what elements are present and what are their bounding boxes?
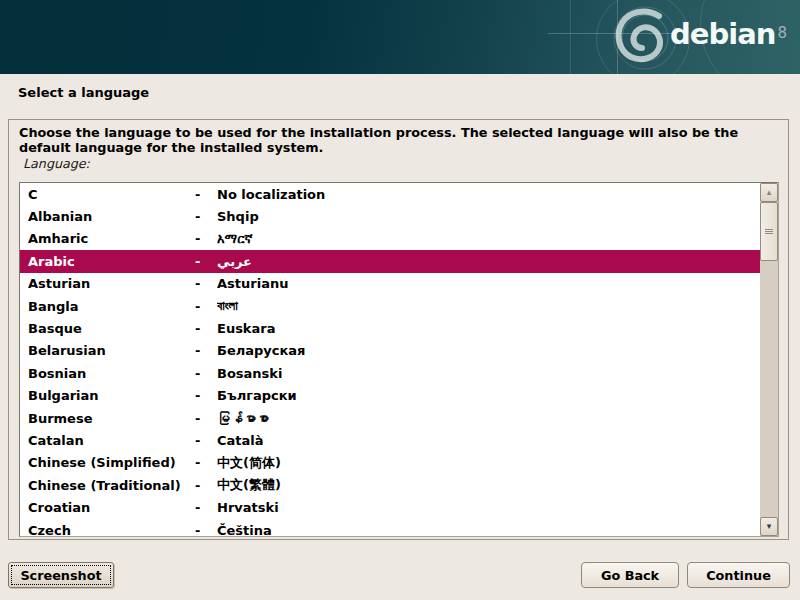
separator-dash: -: [195, 254, 217, 269]
language-name: C: [20, 187, 195, 202]
list-item[interactable]: Bangla-বাংলা: [20, 295, 760, 317]
thumb-grip-icon: [765, 228, 773, 235]
separator-dash: -: [195, 433, 217, 448]
separator-dash: -: [195, 299, 217, 314]
language-native-name: Беларуская: [217, 343, 760, 358]
list-item[interactable]: Burmese-မြန်မာစာ: [20, 407, 760, 429]
language-native-name: Euskara: [217, 321, 760, 336]
language-name: Burmese: [20, 411, 195, 426]
dialog-frame: Choose the language to be used for the i…: [8, 119, 789, 540]
language-name: Albanian: [20, 209, 195, 224]
language-native-name: Català: [217, 433, 760, 448]
language-name: Czech: [20, 523, 195, 536]
language-native-name: Bosanski: [217, 366, 760, 381]
scrollbar-track[interactable]: [760, 202, 778, 517]
language-name: Catalan: [20, 433, 195, 448]
scrollbar: ▴ ▾: [760, 183, 778, 536]
language-name: Chinese (Simplified): [20, 455, 195, 470]
separator-dash: -: [195, 411, 217, 426]
language-name: Bangla: [20, 299, 195, 314]
language-name: Chinese (Traditional): [20, 478, 195, 493]
header-crosshair-line: [570, 0, 571, 74]
language-native-name: 中文(简体): [217, 454, 760, 472]
language-native-name: 中文(繁體): [217, 476, 760, 494]
separator-dash: -: [195, 321, 217, 336]
separator-dash: -: [195, 187, 217, 202]
separator-dash: -: [195, 209, 217, 224]
list-item[interactable]: Bulgarian-Български: [20, 385, 760, 407]
language-name: Croatian: [20, 500, 195, 515]
list-item[interactable]: Albanian-Shqip: [20, 205, 760, 227]
language-native-name: Hrvatski: [217, 500, 760, 515]
language-name: Bosnian: [20, 366, 195, 381]
language-native-name: Български: [217, 388, 760, 403]
chevron-up-icon: ▴: [767, 188, 772, 197]
list-item[interactable]: Belarusian-Беларуская: [20, 340, 760, 362]
go-back-button[interactable]: Go Back: [581, 562, 679, 588]
language-name: Basque: [20, 321, 195, 336]
dialog-description: Choose the language to be used for the i…: [19, 125, 779, 155]
language-native-name: Čeština: [217, 523, 760, 536]
list-item[interactable]: Bosnian-Bosanski: [20, 362, 760, 384]
list-item[interactable]: Asturian-Asturianu: [20, 273, 760, 295]
list-item[interactable]: Arabic-عربي: [20, 250, 760, 272]
scroll-up-button[interactable]: ▴: [760, 183, 778, 202]
separator-dash: -: [195, 455, 217, 470]
language-name: Arabic: [20, 254, 195, 269]
list-item[interactable]: C-No localization: [20, 183, 760, 205]
header-banner: debian8: [0, 0, 800, 74]
separator-dash: -: [195, 366, 217, 381]
language-listbox: C-No localizationAlbanian-ShqipAmharic-አ…: [19, 182, 779, 537]
continue-button[interactable]: Continue: [687, 562, 790, 588]
language-native-name: မြန်မာစာ: [217, 411, 760, 426]
language-name: Bulgarian: [20, 388, 195, 403]
page-title: Select a language: [18, 85, 149, 100]
language-native-name: বাংলা: [217, 298, 760, 314]
list-item[interactable]: Chinese (Traditional)-中文(繁體): [20, 474, 760, 496]
language-label: Language:: [23, 156, 90, 171]
language-list: C-No localizationAlbanian-ShqipAmharic-አ…: [20, 183, 760, 536]
debian-logotype: debian8: [670, 18, 787, 50]
separator-dash: -: [195, 523, 217, 536]
list-item[interactable]: Czech-Čeština: [20, 519, 760, 536]
language-name: Belarusian: [20, 343, 195, 358]
debian-version: 8: [777, 24, 787, 42]
list-item[interactable]: Catalan-Català: [20, 429, 760, 451]
language-native-name: አማርኛ: [217, 231, 760, 247]
scroll-down-button[interactable]: ▾: [760, 517, 778, 536]
list-item[interactable]: Croatian-Hrvatski: [20, 496, 760, 518]
language-native-name: Shqip: [217, 209, 760, 224]
language-native-name: No localization: [217, 187, 760, 202]
language-native-name: عربي: [217, 254, 760, 269]
language-native-name: Asturianu: [217, 276, 760, 291]
separator-dash: -: [195, 276, 217, 291]
separator-dash: -: [195, 478, 217, 493]
language-name: Amharic: [20, 231, 195, 246]
separator-dash: -: [195, 343, 217, 358]
screenshot-button[interactable]: Screenshot: [8, 562, 114, 588]
scrollbar-thumb[interactable]: [760, 202, 778, 261]
brand-text: debian: [670, 17, 775, 51]
separator-dash: -: [195, 388, 217, 403]
language-name: Asturian: [20, 276, 195, 291]
list-item[interactable]: Amharic-አማርኛ: [20, 228, 760, 250]
separator-dash: -: [195, 231, 217, 246]
list-item[interactable]: Basque-Euskara: [20, 317, 760, 339]
list-item[interactable]: Chinese (Simplified)-中文(简体): [20, 452, 760, 474]
chevron-down-icon: ▾: [767, 522, 772, 531]
separator-dash: -: [195, 500, 217, 515]
